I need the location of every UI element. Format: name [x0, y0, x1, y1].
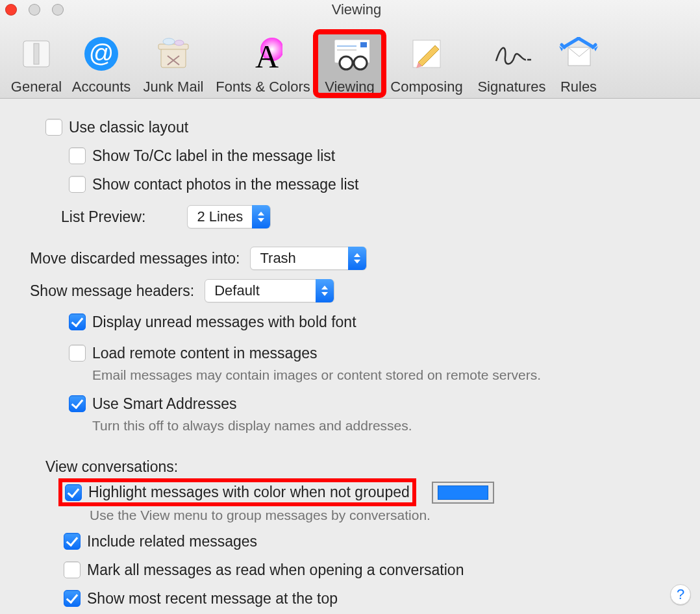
checkbox-smart-addresses[interactable] — [69, 395, 86, 412]
checkbox-show-tocc[interactable] — [69, 147, 86, 164]
preferences-window: Viewing General @ Accounts Junk Mail — [0, 0, 700, 614]
tab-label: Signatures — [477, 79, 545, 95]
tab-rules[interactable]: Rules — [554, 32, 603, 95]
move-discarded-select[interactable]: Trash — [250, 247, 367, 270]
checkbox-include-related[interactable] — [64, 533, 81, 550]
label-highlight-color: Highlight messages with color when not g… — [88, 484, 410, 501]
tab-composing[interactable]: Composing — [384, 32, 469, 95]
label-load-remote: Load remote content in messages — [92, 345, 317, 362]
view-conversations-label: View conversations: — [45, 458, 674, 476]
titlebar: Viewing General @ Accounts Junk Mail — [0, 0, 700, 99]
select-value: Trash — [251, 250, 348, 267]
svg-text:A: A — [255, 38, 279, 71]
color-swatch — [438, 485, 488, 500]
select-value: 2 Lines — [188, 208, 252, 225]
rules-icon — [559, 34, 598, 73]
stepper-arrows-icon — [348, 247, 366, 270]
tab-label: Fonts & Colors — [216, 79, 310, 95]
checkbox-classic-layout[interactable] — [45, 119, 62, 136]
window-title: Viewing — [13, 0, 700, 18]
label-classic-layout: Use classic layout — [69, 119, 188, 136]
tab-junk-mail[interactable]: Junk Mail — [136, 32, 210, 95]
minimize-window-button[interactable] — [29, 4, 40, 16]
tab-accounts[interactable]: @ Accounts — [66, 32, 136, 95]
stepper-arrows-icon — [252, 205, 270, 228]
tab-fonts-colors[interactable]: A Fonts & Colors — [210, 32, 316, 95]
label-display-bold: Display unread messages with bold font — [92, 313, 356, 331]
window-controls — [5, 4, 64, 16]
subtext-smart-addresses: Turn this off to always display names an… — [92, 418, 674, 434]
help-button[interactable]: ? — [670, 584, 691, 605]
show-headers-label: Show message headers: — [30, 282, 194, 300]
at-icon: @ — [82, 34, 121, 73]
toolbar: General @ Accounts Junk Mail A Fonts & C… — [6, 32, 603, 95]
switch-icon — [17, 34, 56, 73]
label-mark-read: Mark all messages as read when opening a… — [87, 561, 464, 579]
svg-rect-1 — [34, 43, 39, 64]
tab-label: Rules — [560, 79, 597, 95]
svg-rect-11 — [360, 42, 367, 47]
trash-icon — [154, 34, 193, 73]
label-show-photos: Show contact photos in the message list — [92, 176, 358, 193]
tab-viewing[interactable]: Viewing — [316, 32, 384, 95]
tab-label: Accounts — [72, 79, 131, 95]
tab-label: Viewing — [325, 79, 375, 95]
label-recent-top: Show most recent message at the top — [87, 590, 338, 608]
checkbox-show-photos[interactable] — [69, 176, 86, 193]
stepper-arrows-icon — [316, 279, 334, 302]
compose-icon — [407, 34, 446, 73]
checkbox-display-bold[interactable] — [69, 313, 86, 330]
glasses-mail-icon — [331, 34, 369, 73]
svg-rect-5 — [158, 44, 188, 49]
svg-rect-4 — [161, 48, 186, 68]
label-show-tocc: Show To/Cc label in the message list — [92, 147, 335, 165]
checkbox-mark-read[interactable] — [64, 561, 81, 578]
checkbox-load-remote[interactable] — [69, 345, 86, 362]
subtext-highlight: Use the View menu to group messages by c… — [90, 508, 674, 523]
list-preview-select[interactable]: 2 Lines — [187, 205, 271, 228]
label-smart-addresses: Use Smart Addresses — [92, 395, 236, 413]
label-include-related: Include related messages — [87, 533, 257, 550]
list-preview-label: List Preview: — [61, 208, 145, 226]
tab-label: General — [11, 79, 62, 95]
checkbox-highlight-color[interactable] — [65, 484, 82, 501]
show-headers-select[interactable]: Default — [205, 279, 334, 302]
close-window-button[interactable] — [5, 4, 17, 16]
move-discarded-label: Move discarded messages into: — [30, 250, 240, 267]
tab-signatures[interactable]: Signatures — [469, 32, 554, 95]
svg-point-15 — [354, 56, 367, 69]
font-color-icon: A — [244, 34, 282, 73]
svg-point-14 — [340, 56, 353, 69]
svg-point-7 — [175, 40, 184, 45]
zoom-window-button[interactable] — [52, 4, 64, 16]
tab-label: Composing — [390, 79, 462, 95]
svg-point-6 — [163, 38, 175, 45]
tab-general[interactable]: General — [6, 32, 66, 95]
svg-text:@: @ — [89, 40, 114, 67]
select-value: Default — [205, 282, 316, 299]
highlight-color-well[interactable] — [432, 482, 494, 504]
viewing-settings: Use classic layout Show To/Cc label in t… — [0, 99, 700, 611]
tab-label: Junk Mail — [144, 79, 204, 95]
subtext-load-remote: Email messages may contain images or con… — [92, 367, 674, 383]
signature-icon — [492, 34, 531, 73]
checkbox-recent-top[interactable] — [64, 590, 81, 607]
